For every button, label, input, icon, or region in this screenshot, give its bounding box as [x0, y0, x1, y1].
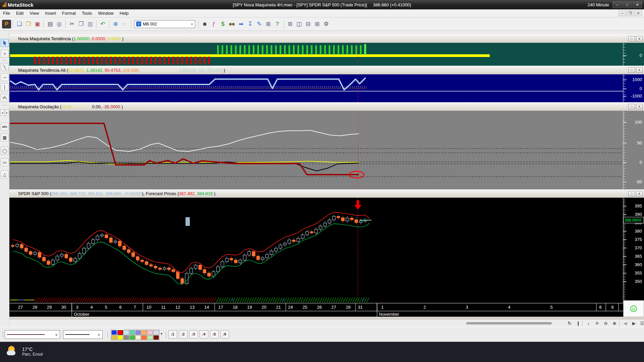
line-style-select[interactable]: ∨ [5, 330, 60, 339]
new-chart-icon[interactable]: ❏ [15, 20, 24, 28]
panel-maximize-button[interactable]: □ [628, 67, 635, 73]
panel-close-button[interactable]: ✕ [636, 104, 643, 109]
close-button[interactable]: ✕ [633, 1, 642, 8]
crosshair-icon[interactable]: ⊕ [111, 20, 120, 28]
menu-window[interactable]: Window [95, 10, 116, 17]
move-chart-button[interactable]: ✛ [593, 320, 601, 326]
undo-icon[interactable]: ↶ [98, 20, 107, 28]
minimize-button[interactable]: – [612, 1, 622, 8]
color-swatch[interactable] [153, 330, 159, 335]
template-button-6[interactable]: ∕6 [220, 330, 229, 339]
color-swatch[interactable] [136, 335, 141, 340]
copy-icon[interactable]: ❐ [76, 20, 86, 28]
panel-close-button[interactable]: ✕ [636, 191, 643, 196]
scroll-right-tool[interactable]: ▸ [5, 109, 9, 116]
scroll-left-tool[interactable]: ◂ [0, 109, 5, 116]
prev-chart-button[interactable]: ◀ [621, 320, 629, 326]
save-icon[interactable]: ▣ [33, 20, 42, 28]
smiley-corner-tab[interactable] [623, 300, 644, 317]
forms-icon[interactable]: ⊞ [264, 20, 273, 28]
menu-insert[interactable]: Insert [42, 10, 59, 17]
dollar-icon[interactable]: $ [218, 20, 227, 28]
oscilacao-chart[interactable]: 100500-50 [0, 111, 644, 189]
template-button-4[interactable]: ∕4 [200, 330, 208, 339]
menu-format[interactable]: Format [59, 10, 79, 17]
price-chart[interactable]: 395390385380375370365360355350386.6600 [0, 198, 644, 303]
downloader-icon[interactable]: ↧ [246, 20, 255, 28]
tile-windows-icon[interactable]: ⊞ [313, 20, 322, 28]
horizontal-line-tool[interactable]: ─ [1, 73, 9, 81]
paste-icon[interactable]: ▥ [86, 20, 95, 28]
template-button-5[interactable]: ∕5 [210, 330, 219, 339]
weather-widget[interactable]: 17°C Parc. Ensol [6, 345, 43, 358]
line-weight-select[interactable]: ∨ [63, 330, 103, 339]
panel-maximize-button[interactable]: □ [628, 36, 635, 42]
color-swatch[interactable] [147, 335, 153, 340]
layout-icon[interactable]: ⊟ [304, 20, 313, 28]
maximize-button[interactable]: □ [623, 1, 632, 8]
color-swatch[interactable] [117, 335, 123, 340]
triangle-tool[interactable]: △ [1, 170, 9, 178]
pointer-tool[interactable] [1, 39, 9, 47]
text-tool[interactable]: abc [1, 123, 9, 131]
vertical-line-tool[interactable]: │ [1, 83, 9, 91]
panel-maximize-button[interactable]: □ [628, 191, 635, 196]
semilog-tool[interactable]: S╲ [1, 94, 9, 102]
menu-edit[interactable]: Edit [13, 10, 26, 17]
explorer-icon[interactable]: ◉◉ [227, 20, 236, 28]
palette-dropdown-arrow[interactable]: ▾ [161, 332, 162, 336]
tendencia-alt-chart[interactable]: 10000-1000 [0, 74, 644, 102]
menu-file[interactable]: File [0, 10, 13, 17]
menu-view[interactable]: View [26, 10, 42, 17]
panel-close-button[interactable]: ✕ [636, 36, 643, 42]
print-icon[interactable]: ▤ [46, 20, 55, 28]
panel-maximize-button[interactable]: □ [628, 104, 635, 109]
template-button-2[interactable]: ∕2 [179, 330, 187, 339]
color-swatch[interactable] [147, 330, 153, 335]
crosshair-bar-button[interactable]: ❙ [574, 320, 582, 326]
color-swatch[interactable] [141, 335, 147, 340]
ellipse-tool[interactable]: ◯ [1, 147, 9, 155]
mdi-restore-button[interactable]: ❐ [627, 11, 634, 16]
power-console-icon[interactable]: P [2, 20, 11, 28]
template-button-3[interactable]: ∕3 [189, 330, 198, 339]
color-swatch[interactable] [123, 335, 129, 340]
menu-help[interactable]: Help [117, 10, 132, 17]
color-swatch[interactable] [111, 335, 117, 340]
zoom-out-button[interactable]: ⊖ [602, 320, 610, 326]
color-swatch[interactable] [129, 335, 135, 340]
help-pointer-icon[interactable]: ? [273, 20, 282, 28]
mdi-close-button[interactable]: ✕ [635, 11, 642, 16]
mdi-minimize-button[interactable]: – [619, 11, 626, 16]
compare-windows-icon[interactable]: ◫ [294, 20, 304, 28]
cascade-windows-icon[interactable]: ⧉ [285, 20, 294, 28]
color-swatch[interactable] [117, 330, 123, 335]
menu-tools[interactable]: Tools [79, 10, 95, 17]
open-icon[interactable]: ❒ [24, 20, 33, 28]
trendline-tool[interactable]: ╲ [1, 63, 9, 71]
nova-tendencia-chart[interactable]: 0 [0, 43, 644, 66]
grid-tool[interactable]: ▦ [1, 133, 9, 141]
color-swatch[interactable] [111, 330, 117, 335]
crosshair-tool[interactable]: + [1, 50, 9, 58]
color-swatch[interactable] [153, 335, 159, 340]
color-swatch[interactable] [129, 330, 135, 335]
zoom-dots-icon[interactable]: ◌ [120, 20, 129, 28]
symbol-combo[interactable]: fMB 002∨ [134, 20, 195, 28]
template-button-1[interactable]: ∕1 [168, 330, 177, 339]
next-chart-button[interactable]: ▶ [630, 320, 638, 326]
system-options-icon[interactable]: ⚙ [322, 20, 331, 28]
indicator-builder-icon[interactable]: ƒ [209, 20, 218, 28]
chart-list-button[interactable]: ☰ [638, 320, 644, 326]
print-preview-icon[interactable]: ◎ [55, 20, 64, 28]
local-data-icon[interactable]: ✎ [255, 20, 264, 28]
expert-advisor-icon[interactable]: ☻ [200, 20, 209, 28]
horizontal-scrollbar[interactable] [466, 322, 552, 324]
rectangle-tool[interactable]: ▭ [1, 158, 9, 166]
cut-icon[interactable]: ✂ [67, 20, 76, 28]
color-swatch[interactable] [141, 330, 147, 335]
goto-icon[interactable]: ➡ [236, 20, 246, 28]
color-swatch[interactable] [123, 330, 129, 335]
color-swatch[interactable] [136, 330, 141, 335]
panel-close-button[interactable]: ✕ [636, 67, 643, 73]
